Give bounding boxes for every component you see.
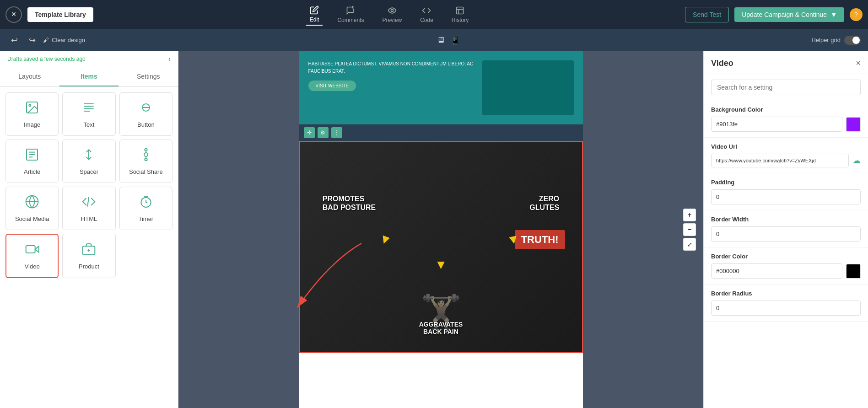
padding-label: Padding	[711, 179, 861, 186]
upload-icon[interactable]: ☁	[852, 156, 861, 166]
tab-edit-label: Edit	[310, 16, 319, 23]
border-color-input[interactable]	[711, 263, 842, 279]
item-product[interactable]: Product	[62, 234, 115, 278]
padding-input[interactable]	[711, 189, 861, 204]
border-width-input[interactable]	[711, 226, 861, 242]
video-url-input[interactable]	[711, 154, 849, 167]
tab-code[interactable]: Code	[416, 4, 437, 25]
template-library-button[interactable]: Template Library	[27, 7, 93, 22]
timer-icon	[139, 194, 153, 212]
item-product-label: Product	[79, 263, 99, 270]
tab-preview[interactable]: Preview	[378, 4, 405, 25]
update-campaign-button[interactable]: Update Campaign & Continue ▼	[734, 7, 844, 22]
clear-design-button[interactable]: 🖌 Clear design	[43, 37, 85, 43]
sub-nav-left: ↩ ↪ 🖌 Clear design	[7, 33, 85, 47]
tab-history-label: History	[452, 17, 469, 23]
items-grid: Image Text Button Article	[0, 87, 178, 284]
setting-background-color: Background Color	[704, 101, 868, 138]
visit-website-button[interactable]: VISIT WEBSITE	[308, 81, 356, 91]
item-social-media-label: Social Media	[15, 215, 49, 222]
border-width-row	[711, 226, 861, 242]
item-text[interactable]: Text	[62, 92, 115, 136]
svg-line-22	[88, 197, 89, 206]
item-timer[interactable]: Timer	[119, 187, 173, 230]
image-icon	[25, 100, 39, 118]
item-image[interactable]: Image	[5, 92, 59, 136]
canvas-header-image	[482, 60, 574, 115]
right-panel-title: Video	[711, 59, 733, 68]
desktop-view-button[interactable]: 🖥	[437, 35, 445, 45]
padding-row	[711, 189, 861, 204]
svg-point-17	[145, 158, 147, 161]
setting-border-color: Border Color	[704, 247, 868, 285]
tab-edit[interactable]: Edit	[306, 4, 323, 26]
background-color-swatch[interactable]	[846, 117, 861, 132]
border-radius-row	[711, 301, 861, 316]
item-article[interactable]: Article	[5, 140, 59, 183]
tab-code-label: Code	[420, 17, 433, 23]
toggle-knob	[852, 37, 860, 44]
border-radius-input[interactable]	[711, 301, 861, 316]
video-url-row: ☁	[711, 154, 861, 167]
background-color-input[interactable]	[711, 117, 842, 132]
brush-icon: 🖌	[43, 37, 49, 43]
zoom-in-button[interactable]: +	[683, 209, 696, 221]
tab-comments[interactable]: Comments	[334, 4, 367, 25]
send-test-button[interactable]: Send Test	[685, 7, 729, 22]
settings-icon[interactable]: ⚙	[318, 127, 329, 138]
main-layout: Drafts saved a few seconds ago ‹ Layouts…	[0, 51, 868, 408]
close-button[interactable]: ×	[5, 6, 22, 23]
video-section: 🏋 PROMOTESBAD POSTURE ZEROGLUTES TRUTH! …	[299, 141, 583, 353]
tab-settings[interactable]: Settings	[119, 67, 178, 86]
canvas-body-text: HABITASSE PLATEA DICTUMST. VIVAMUS NON C…	[308, 60, 477, 75]
help-button[interactable]: ?	[850, 8, 863, 21]
tab-items[interactable]: Items	[59, 67, 119, 86]
svg-rect-1	[457, 7, 464, 14]
promotes-text: PROMOTESBAD POSTURE	[323, 194, 376, 212]
element-toolbar: ✛ ⚙ ⋮	[299, 124, 583, 141]
mobile-view-button[interactable]: 📱	[450, 35, 460, 45]
setting-video-url: Video Url ☁	[704, 138, 868, 173]
item-button[interactable]: Button	[119, 92, 173, 136]
canvas-content[interactable]: HABITASSE PLATEA DICTUMST. VIVAMUS NON C…	[178, 51, 703, 408]
svg-rect-25	[26, 246, 35, 253]
undo-button[interactable]: ↩	[7, 33, 22, 47]
right-panel: Video × Background Color Video Url ☁ Pad…	[703, 51, 868, 408]
zoom-fit-button[interactable]: ⤢	[683, 238, 696, 251]
item-social-share[interactable]: Social Share	[119, 140, 173, 183]
item-spacer[interactable]: Spacer	[62, 140, 115, 183]
canvas-area: HABITASSE PLATEA DICTUMST. VIVAMUS NON C…	[178, 51, 703, 408]
text-icon	[81, 100, 96, 118]
email-canvas: HABITASSE PLATEA DICTUMST. VIVAMUS NON C…	[299, 51, 583, 408]
border-color-swatch[interactable]	[846, 264, 861, 279]
item-html[interactable]: HTML	[62, 187, 115, 230]
border-radius-label: Border Radius	[711, 290, 861, 297]
html-icon	[81, 194, 96, 212]
right-panel-header: Video ×	[704, 51, 868, 74]
tab-history[interactable]: History	[448, 4, 472, 25]
collapse-panel-button[interactable]: ‹	[168, 55, 171, 63]
helper-grid-switch[interactable]	[844, 36, 861, 45]
tab-layouts[interactable]: Layouts	[0, 67, 59, 86]
search-setting-input[interactable]	[711, 80, 861, 95]
redo-button[interactable]: ↪	[25, 33, 39, 47]
close-right-panel-button[interactable]: ×	[856, 59, 861, 68]
move-icon[interactable]: ✛	[304, 127, 315, 138]
item-video[interactable]: Video	[5, 234, 59, 278]
aggravates-text: AGGRAVATESBACK PAIN	[419, 321, 463, 335]
product-icon	[81, 242, 96, 259]
tab-preview-label: Preview	[382, 17, 402, 23]
item-html-label: HTML	[81, 215, 97, 222]
view-controls: 🖥 📱	[437, 35, 460, 45]
truth-badge: TRUTH!	[515, 230, 565, 249]
canvas-header-content: HABITASSE PLATEA DICTUMST. VIVAMUS NON C…	[308, 60, 574, 115]
video-url-label: Video Url	[711, 143, 861, 150]
zoom-out-button[interactable]: −	[683, 223, 696, 236]
helper-grid-toggle: Helper grid	[811, 36, 861, 45]
social-media-icon	[25, 194, 39, 212]
border-color-label: Border Color	[711, 253, 861, 260]
item-social-media[interactable]: Social Media	[5, 187, 59, 230]
canvas-text-block: HABITASSE PLATEA DICTUMST. VIVAMUS NON C…	[308, 60, 477, 91]
more-options-icon[interactable]: ⋮	[331, 127, 342, 138]
button-icon	[139, 100, 153, 118]
